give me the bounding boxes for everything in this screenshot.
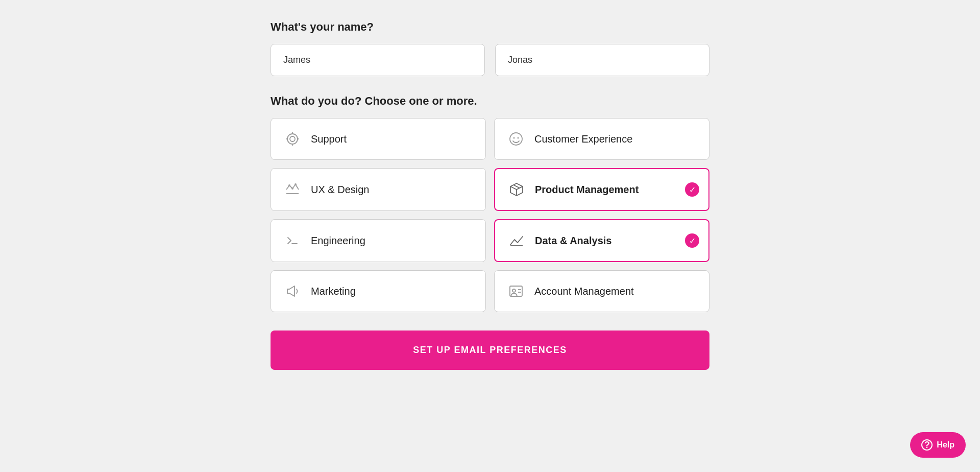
svg-point-1 xyxy=(290,136,295,141)
job-card-product-management-label: Product Management xyxy=(535,184,639,196)
svg-point-8 xyxy=(518,137,519,139)
setup-email-preferences-button[interactable]: SET UP EMAIL PREFERENCES xyxy=(271,331,709,370)
customer-experience-icon xyxy=(507,130,525,148)
help-button-label: Help xyxy=(937,440,954,450)
job-card-support-label: Support xyxy=(311,133,347,145)
data-analysis-check-icon: ✓ xyxy=(685,233,699,248)
svg-point-7 xyxy=(513,137,515,139)
product-management-icon xyxy=(507,180,526,199)
support-icon xyxy=(283,130,302,148)
product-management-check-icon: ✓ xyxy=(685,182,699,197)
job-card-engineering[interactable]: Engineering xyxy=(271,219,486,262)
svg-point-10 xyxy=(291,187,293,190)
svg-point-17 xyxy=(512,289,516,292)
svg-point-9 xyxy=(288,184,290,186)
data-analysis-icon xyxy=(507,231,526,250)
job-card-ux-design[interactable]: UX & Design xyxy=(271,168,486,211)
name-section-title: What's your name? xyxy=(271,20,709,34)
svg-point-11 xyxy=(295,183,297,185)
help-button[interactable]: ? Help xyxy=(910,432,966,458)
job-card-customer-experience[interactable]: Customer Experience xyxy=(494,118,709,160)
account-management-icon xyxy=(507,282,525,300)
job-card-support[interactable]: Support xyxy=(271,118,486,160)
last-name-input[interactable] xyxy=(495,44,709,76)
engineering-icon xyxy=(283,231,302,250)
job-card-ux-design-label: UX & Design xyxy=(311,184,370,196)
job-card-data-analysis[interactable]: Data & Analysis ✓ xyxy=(494,219,709,262)
job-card-customer-experience-label: Customer Experience xyxy=(534,133,632,145)
first-name-input[interactable] xyxy=(271,44,485,76)
job-card-marketing[interactable]: Marketing xyxy=(271,270,486,312)
help-circle-icon: ? xyxy=(921,439,933,451)
svg-point-6 xyxy=(510,133,522,145)
marketing-icon xyxy=(283,282,302,300)
job-card-data-analysis-label: Data & Analysis xyxy=(535,235,611,247)
ux-design-icon xyxy=(283,180,302,199)
name-row xyxy=(271,44,709,76)
job-card-marketing-label: Marketing xyxy=(311,286,356,297)
job-card-account-management-label: Account Management xyxy=(534,286,634,297)
job-options-grid: Support Customer Experience xyxy=(271,118,709,312)
svg-point-0 xyxy=(287,134,298,144)
job-section-title: What do you do? Choose one or more. xyxy=(271,95,709,108)
job-card-engineering-label: Engineering xyxy=(311,235,365,247)
main-form: What's your name? What do you do? Choose… xyxy=(271,20,709,382)
job-card-account-management[interactable]: Account Management xyxy=(494,270,709,312)
job-card-product-management[interactable]: Product Management ✓ xyxy=(494,168,709,211)
